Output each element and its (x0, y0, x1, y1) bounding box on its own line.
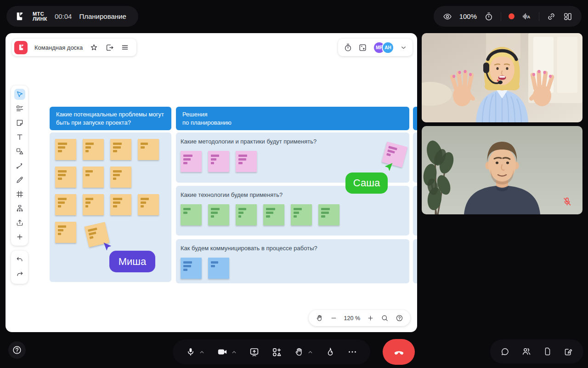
zoom-level[interactable]: 120 % (344, 315, 360, 322)
mic-muted-icon (562, 196, 572, 207)
sticky-note-tool[interactable] (14, 117, 25, 128)
undo-button[interactable] (14, 254, 25, 265)
sticky-note[interactable] (181, 204, 202, 225)
add-tool[interactable] (14, 231, 25, 242)
frame-tool[interactable] (14, 189, 25, 200)
board-timer-button[interactable] (344, 43, 352, 52)
microphone-menu-chevron[interactable] (199, 349, 205, 355)
invite-participant-button[interactable] (271, 347, 282, 357)
sticky-note[interactable] (110, 194, 131, 215)
board-participants[interactable]: MP AH (373, 41, 394, 54)
clipped-section[interactable] (413, 239, 417, 283)
pan-hand-button[interactable] (316, 314, 323, 322)
help-button[interactable] (8, 341, 26, 359)
connector-tool[interactable] (14, 160, 25, 171)
sticky-note[interactable] (138, 194, 159, 215)
cursor-misha (102, 241, 113, 253)
chat-button[interactable] (500, 347, 510, 356)
participant-video-2[interactable] (422, 126, 582, 214)
text-tool[interactable] (14, 132, 25, 143)
sticky-note[interactable] (236, 151, 257, 172)
side-panels-bar (490, 339, 583, 363)
sticky-note[interactable] (208, 204, 229, 225)
column-header-problems[interactable]: Какие потенциальные проблемы могут быть … (50, 107, 171, 130)
participant-2-illustration (422, 126, 582, 214)
whiteboard-panel: Командная доска MP AH (6, 33, 417, 332)
column-header-clipped[interactable] (413, 107, 417, 130)
board-menu-button[interactable] (121, 43, 129, 52)
board-header: Командная доска (12, 39, 136, 56)
meeting-timer: 00:04 (55, 12, 72, 20)
board-zoom-controls: 120 % (309, 310, 410, 326)
camera-button[interactable] (217, 346, 228, 357)
redo-button[interactable] (14, 269, 25, 280)
recording-indicator[interactable] (509, 13, 514, 19)
svg-text:A: A (527, 15, 530, 19)
cursor-label-misha: Миша (109, 251, 155, 272)
sticky-note[interactable] (55, 194, 76, 215)
end-call-button[interactable] (383, 339, 415, 365)
stopwatch-button[interactable] (484, 12, 493, 21)
meeting-controls-bar (0, 332, 588, 368)
zoom-in-button[interactable] (367, 315, 374, 322)
sticky-note[interactable] (208, 151, 229, 172)
sticky-note[interactable] (55, 167, 76, 188)
participant-1-illustration (422, 33, 582, 122)
clipped-section[interactable] (413, 186, 417, 236)
sticky-note[interactable] (181, 151, 202, 172)
mindmap-tool[interactable] (14, 203, 25, 214)
sticky-note[interactable] (55, 222, 76, 243)
notes-button[interactable] (564, 347, 573, 356)
sticky-note[interactable] (263, 204, 284, 225)
sticky-note[interactable] (236, 204, 257, 225)
sticky-note[interactable] (138, 139, 159, 160)
chevron-down-icon[interactable] (400, 44, 407, 51)
avatar[interactable]: AH (382, 41, 394, 54)
note-row (181, 258, 405, 279)
sticky-note[interactable] (110, 167, 131, 188)
templates-tool[interactable] (14, 103, 25, 114)
viewers-button[interactable] (443, 12, 452, 21)
sticky-note[interactable] (55, 139, 76, 160)
copy-link-button[interactable] (547, 12, 556, 21)
sticky-note[interactable] (181, 258, 202, 279)
reactions-menu-chevron[interactable] (307, 349, 313, 355)
sticky-note[interactable] (83, 167, 104, 188)
files-button[interactable] (543, 347, 552, 356)
favorite-button[interactable] (90, 43, 98, 52)
present-mode-button[interactable] (358, 43, 367, 52)
share-board-button[interactable] (105, 43, 114, 52)
pen-tool[interactable] (14, 174, 25, 185)
sticky-note[interactable] (291, 204, 312, 225)
screen-share-button[interactable] (249, 347, 260, 357)
zoom-out-button[interactable] (330, 315, 337, 322)
sticky-note[interactable] (318, 204, 339, 225)
meeting-title: Планирование (79, 12, 126, 20)
sticky-note[interactable] (208, 258, 229, 279)
transcription-button[interactable]: A (522, 12, 531, 21)
solutions-section-communication[interactable]: Как будем коммуницировать в процессе раб… (176, 239, 409, 283)
board-help-button[interactable] (396, 314, 403, 322)
note-row (55, 222, 166, 243)
upload-tool[interactable] (14, 217, 25, 228)
note-row (55, 139, 166, 160)
more-options-button[interactable] (347, 347, 357, 357)
section-question: Какие методологии и практики будут приме… (181, 138, 405, 145)
participant-video-1[interactable] (422, 33, 582, 122)
camera-menu-chevron[interactable] (231, 349, 237, 355)
sticky-note[interactable] (110, 139, 131, 160)
clipped-section[interactable] (413, 132, 417, 183)
sticky-note[interactable] (83, 194, 104, 215)
fire-reaction-button[interactable] (325, 347, 335, 357)
sticky-note[interactable] (83, 139, 104, 160)
raise-hand-button[interactable] (294, 347, 304, 357)
select-tool[interactable] (14, 89, 25, 100)
column-header-solutions[interactable]: Решения по планированию (176, 107, 409, 130)
layout-button[interactable] (563, 12, 572, 21)
undo-redo-toolbar (11, 251, 28, 284)
search-button[interactable] (381, 314, 389, 322)
participants-button[interactable] (521, 346, 531, 356)
cursor-sasha (383, 161, 395, 173)
shapes-tool[interactable] (14, 146, 25, 157)
microphone-button[interactable] (186, 347, 196, 357)
